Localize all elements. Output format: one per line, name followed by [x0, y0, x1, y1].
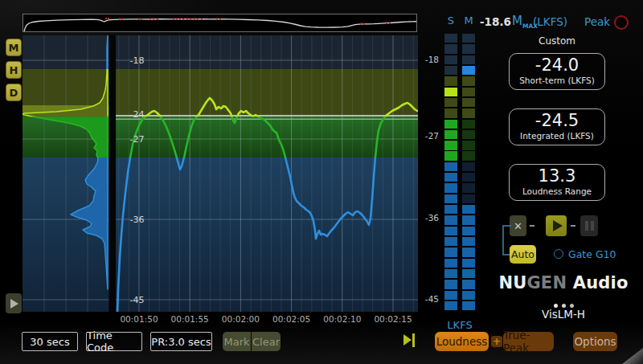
- short-term-readout-box[interactable]: -24.0 Short-term (LKFS): [509, 53, 605, 90]
- tab-options[interactable]: Options: [573, 332, 617, 351]
- reset-button[interactable]: ✕: [510, 215, 526, 236]
- overload-dot: [119, 18, 121, 20]
- meter-segment: [444, 237, 457, 246]
- window-length-button[interactable]: 30 secs: [22, 332, 78, 351]
- time-ruler-label: 00:02:05: [272, 314, 310, 324]
- overload-dot: [108, 18, 109, 19]
- mode-button-m-label: M: [9, 42, 19, 54]
- time-ruler-label: 00:02:00: [222, 314, 260, 324]
- peak-indicator-lamp[interactable]: [614, 15, 629, 30]
- overload-dot: [138, 18, 140, 20]
- play-icon: [553, 220, 563, 231]
- pr-setting-button[interactable]: PR:3.0 secs: [150, 332, 212, 351]
- clear-button[interactable]: Clear: [252, 332, 281, 351]
- meter-segment: [444, 194, 457, 203]
- logo-audio: Audio: [567, 273, 628, 292]
- add-view-button[interactable]: +: [491, 336, 502, 347]
- meter-s-label: S: [444, 14, 457, 27]
- meter-segment: [444, 88, 457, 96]
- meter-segment: [444, 227, 457, 235]
- meter-scale-label: -36: [412, 213, 439, 223]
- step-triangle: [403, 334, 412, 346]
- meter-segment: [462, 173, 475, 182]
- resize-grip[interactable]: [622, 348, 643, 364]
- meter-segment: [444, 162, 457, 171]
- meter-segment: [462, 55, 475, 64]
- meter-segment: [444, 44, 457, 53]
- meter-segment: [462, 215, 475, 224]
- meter-segment: [444, 205, 457, 214]
- pause-icon: [585, 221, 588, 231]
- pr-setting-label: PR:3.0 secs: [151, 336, 211, 348]
- play-button[interactable]: [546, 215, 567, 236]
- meter-segment: [444, 108, 457, 117]
- meter-segment: [444, 280, 457, 288]
- overload-dot: [186, 18, 188, 19]
- transport-link-dash: [571, 225, 575, 227]
- meter-segment: [444, 215, 457, 224]
- mode-button-h-label: H: [10, 64, 18, 76]
- graph-scale-label: -18: [130, 55, 145, 66]
- gate-radio[interactable]: [554, 249, 563, 259]
- loudness-history-graph[interactable]: -18-24-27-36-4500:01:5000:01:5500:02:000…: [23, 35, 418, 328]
- gate-label: Gate G10: [568, 248, 616, 260]
- mode-button-distribution[interactable]: D: [6, 84, 22, 101]
- step-forward-icon[interactable]: [403, 333, 416, 347]
- overload-dot: [216, 18, 218, 19]
- graph-scale-label: -24: [130, 109, 145, 120]
- meter-segment: [444, 151, 457, 160]
- overload-dot: [389, 22, 391, 23]
- integrated-readout-box[interactable]: -24.5 Integrated (LKFS): [509, 108, 605, 145]
- meter-segment: [462, 120, 475, 129]
- mode-button-momentary[interactable]: M: [6, 39, 22, 56]
- clear-label: Clear: [252, 336, 280, 348]
- step-bar: [412, 333, 415, 347]
- tab-true-peak[interactable]: True-Peak: [503, 332, 554, 351]
- graph-scale-label: -27: [130, 134, 145, 145]
- auto-button-label: Auto: [511, 248, 534, 260]
- pause-button[interactable]: [580, 215, 598, 236]
- overload-dot: [121, 18, 123, 20]
- meter-segment: [444, 269, 457, 278]
- overload-dot: [105, 18, 107, 19]
- loudness-range-readout-box[interactable]: 13.3 Loudness Range: [509, 164, 605, 201]
- overload-dot: [201, 18, 203, 20]
- peak-label: Peak: [584, 15, 610, 28]
- vislm-plugin-window: M H D -18-24-27-36-4500:01:5000:01:5500:…: [0, 0, 643, 364]
- history-play-button[interactable]: [6, 293, 22, 313]
- mode-button-history[interactable]: H: [6, 61, 22, 79]
- time-ruler-label: 00:02:15: [374, 314, 412, 324]
- graph-scale-label: -36: [130, 215, 145, 225]
- product-name: VisLM-H: [494, 308, 633, 321]
- overload-dot: [141, 18, 142, 20]
- auto-button[interactable]: Auto: [510, 245, 536, 264]
- meter-segment: [444, 34, 457, 43]
- overload-dot: [386, 22, 387, 23]
- meter-scale-label: -18: [412, 55, 439, 64]
- time-code-button[interactable]: Time Code: [86, 332, 142, 351]
- meter-segment: [444, 247, 457, 256]
- integrated-value: -24.5: [510, 111, 604, 131]
- overload-dot: [149, 18, 151, 20]
- meter-segment: [462, 269, 475, 278]
- graph-scale-label: -45: [130, 295, 145, 305]
- meter-segment: [444, 76, 457, 85]
- momentary-max-unit: (LKFS): [533, 15, 567, 28]
- short-term-label: Short-term (LKFS): [510, 76, 604, 86]
- meter-segment: [462, 162, 475, 171]
- meter-column-momentary: [462, 34, 475, 312]
- tab-loudness[interactable]: Loudness: [435, 332, 489, 351]
- meter-segment: [462, 280, 475, 288]
- mark-button[interactable]: Mark: [223, 332, 251, 351]
- meter-segment: [462, 291, 475, 300]
- momentary-max-label: M: [512, 14, 522, 28]
- meter-segment: [462, 66, 475, 75]
- tab-options-label: Options: [574, 335, 616, 348]
- meter-segment: [444, 183, 457, 192]
- loudness-overview-strip[interactable]: [23, 14, 417, 32]
- time-code-label: Time Code: [87, 329, 141, 354]
- meter-segment: [462, 88, 475, 96]
- mark-label: Mark: [223, 336, 249, 348]
- meter-segment: [444, 130, 457, 139]
- meter-column-shortterm: [444, 34, 457, 312]
